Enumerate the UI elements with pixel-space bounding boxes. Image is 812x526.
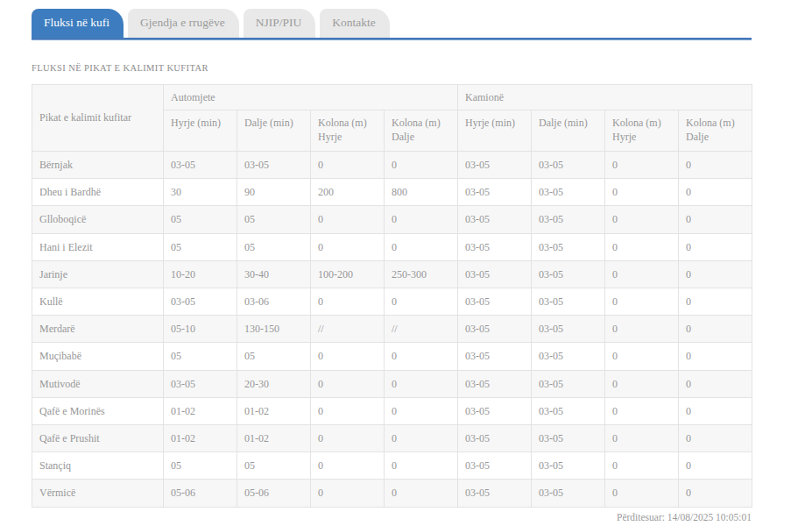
value-cell: 05 <box>237 233 311 260</box>
tab-underline <box>32 38 752 40</box>
value-cell: 03-05 <box>532 452 605 480</box>
value-cell: 0 <box>311 424 385 451</box>
value-cell: 03-05 <box>458 288 532 316</box>
value-cell: 03-06 <box>237 288 311 316</box>
value-cell: 0 <box>605 397 679 424</box>
value-cell: 0 <box>605 152 679 179</box>
value-cell: 03-05 <box>532 288 605 316</box>
value-cell: 0 <box>605 288 679 316</box>
value-cell: 0 <box>605 480 679 507</box>
value-cell: 01-02 <box>164 397 237 424</box>
value-cell: 0 <box>605 233 679 260</box>
value-cell: 03-05 <box>532 316 605 343</box>
crossing-name-cell: Bërnjak <box>32 152 164 179</box>
value-cell: 0 <box>385 397 458 424</box>
value-cell: 03-05 <box>458 316 532 343</box>
value-cell: 03-05 <box>532 370 605 397</box>
sub-header: Dalje (min) <box>532 110 605 151</box>
value-cell: 03-05 <box>458 260 532 288</box>
value-cell: 03-05 <box>164 370 237 397</box>
value-cell: 0 <box>679 452 752 480</box>
crossing-name-cell: Dheu i Bardhë <box>32 179 164 206</box>
tab-bar: Fluksi në kufi Gjendja e rrugëve NJIP/PI… <box>32 9 752 40</box>
value-cell: 05 <box>164 452 237 480</box>
value-cell: 0 <box>679 288 752 316</box>
value-cell: 0 <box>679 370 752 397</box>
crossing-name-cell: Qafë e Prushit <box>32 424 164 451</box>
crossing-name-cell: Vërmicë <box>32 480 164 507</box>
crossing-name-cell: Merdarë <box>32 316 164 343</box>
value-cell: 05-06 <box>237 480 311 507</box>
sub-header: Kolona (m) Hyrje <box>311 110 385 151</box>
table-row: Kullë03-0503-060003-0503-0500 <box>32 288 752 316</box>
value-cell: 01-02 <box>164 424 237 451</box>
crossing-name-cell: Qafë e Morinës <box>32 397 164 424</box>
tab-njip-piu[interactable]: NJIP/PIU <box>244 9 316 38</box>
value-cell: 03-05 <box>532 233 605 260</box>
crossing-name-cell: Muçibabë <box>32 343 164 370</box>
value-cell: 03-05 <box>164 288 237 316</box>
value-cell: 0 <box>311 233 385 260</box>
value-cell: 03-05 <box>458 424 532 451</box>
value-cell: 0 <box>311 397 385 424</box>
value-cell: 0 <box>385 206 458 233</box>
value-cell: 03-05 <box>458 480 532 507</box>
crossing-name-cell: Kullë <box>32 288 164 316</box>
sub-header: Dalje (min) <box>237 110 311 151</box>
value-cell: 30-40 <box>237 260 311 288</box>
value-cell: 250-300 <box>385 260 458 288</box>
value-cell: 200 <box>311 179 385 206</box>
tab-gjendja-e-rrugeve[interactable]: Gjendja e rrugëve <box>128 9 239 38</box>
tab-kontakte[interactable]: Kontakte <box>320 9 390 38</box>
value-cell: 0 <box>679 152 752 179</box>
value-cell: 03-05 <box>532 424 605 451</box>
group-header-automjete: Automjete <box>164 84 458 110</box>
value-cell: 10-20 <box>164 260 237 288</box>
value-cell: 0 <box>605 370 679 397</box>
value-cell: 03-05 <box>458 343 532 370</box>
group-header-kamione: Kamionë <box>458 84 752 110</box>
crossing-name-cell: Mutivodë <box>32 370 164 397</box>
value-cell: 0 <box>385 233 458 260</box>
value-cell: 0 <box>605 179 679 206</box>
value-cell: 0 <box>679 480 752 507</box>
crossing-name-cell: Stançiq <box>32 452 164 480</box>
value-cell: 0 <box>605 260 679 288</box>
value-cell: 0 <box>385 343 458 370</box>
table-row: Qafë e Prushit01-0201-020003-0503-0500 <box>32 424 752 451</box>
value-cell: 03-05 <box>237 152 311 179</box>
table-row: Jarinje10-2030-40100-200250-30003-0503-0… <box>32 260 752 288</box>
value-cell: 0 <box>679 424 752 451</box>
value-cell: 0 <box>605 206 679 233</box>
value-cell: 0 <box>679 206 752 233</box>
tab-fluksi-ne-kufi[interactable]: Fluksi në kufi <box>32 9 124 38</box>
value-cell: 20-30 <box>237 370 311 397</box>
sub-header: Kolona (m) Dalje <box>385 110 458 151</box>
value-cell: 03-05 <box>532 152 605 179</box>
value-cell: 03-05 <box>458 452 532 480</box>
value-cell: 30 <box>164 179 237 206</box>
value-cell: 800 <box>385 179 458 206</box>
table-row: Glloboqicë05050003-0503-0500 <box>32 206 752 233</box>
value-cell: 03-05 <box>458 152 532 179</box>
value-cell: 0 <box>679 397 752 424</box>
value-cell: 03-05 <box>458 370 532 397</box>
value-cell: 05 <box>164 233 237 260</box>
value-cell: 05 <box>164 343 237 370</box>
value-cell: 0 <box>385 480 458 507</box>
sub-header: Kolona (m) Hyrje <box>605 110 679 151</box>
value-cell: 0 <box>311 480 385 507</box>
value-cell: 0 <box>311 206 385 233</box>
table-row: Qafë e Morinës01-0201-020003-0503-0500 <box>32 397 752 424</box>
value-cell: 0 <box>311 343 385 370</box>
value-cell: 90 <box>237 179 311 206</box>
value-cell: 03-05 <box>458 233 532 260</box>
crossing-name-cell: Jarinje <box>32 260 164 288</box>
value-cell: 0 <box>605 424 679 451</box>
value-cell: 03-05 <box>532 480 605 507</box>
value-cell: 130-150 <box>237 316 311 343</box>
table-row: Dheu i Bardhë309020080003-0503-0500 <box>32 179 752 206</box>
table-row: Mutivodë03-0520-300003-0503-0500 <box>32 370 752 397</box>
value-cell: 0 <box>679 233 752 260</box>
value-cell: 03-05 <box>164 152 237 179</box>
